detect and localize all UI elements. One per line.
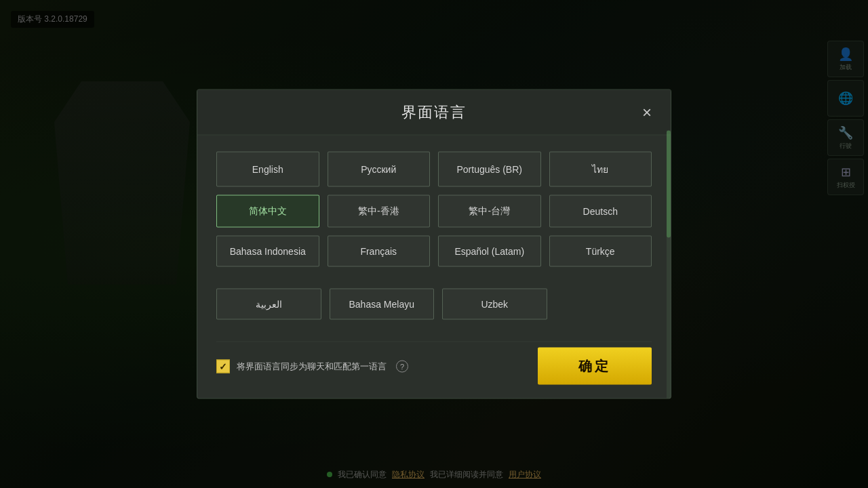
help-icon[interactable]: ?	[396, 360, 408, 372]
confirm-button[interactable]: 确定	[538, 348, 652, 385]
modal-header: 界面语言 ×	[197, 90, 671, 136]
lang-btn-bahasa-melayu[interactable]: Bahasa Melayu	[330, 289, 435, 320]
lang-btn-uzbek[interactable]: Uzbek	[442, 289, 547, 320]
lang-btn-trad-hk[interactable]: 繁中-香港	[328, 195, 431, 228]
checkmark-icon: ✓	[219, 361, 227, 371]
sync-checkbox[interactable]: ✓	[216, 359, 230, 373]
lang-btn-french[interactable]: Français	[328, 236, 431, 267]
modal-footer: ✓ 将界面语言同步为聊天和匹配第一语言 ? 确定	[216, 342, 652, 385]
modal-title: 界面语言	[401, 102, 467, 123]
sync-label: 将界面语言同步为聊天和匹配第一语言	[237, 360, 387, 372]
sync-checkbox-row: ✓ 将界面语言同步为聊天和匹配第一语言 ?	[216, 359, 408, 373]
modal-scrollbar	[667, 131, 671, 399]
language-modal: 界面语言 × English Русский Português (BR) ไท…	[197, 89, 671, 399]
lang-btn-turkish[interactable]: Türkçe	[549, 236, 652, 267]
lang-btn-thai[interactable]: ไทย	[549, 152, 652, 187]
lang-btn-trad-tw[interactable]: 繁中-台灣	[438, 195, 541, 228]
lang-btn-simplified-chinese[interactable]: 简体中文	[216, 195, 319, 228]
lang-btn-russian[interactable]: Русский	[328, 152, 431, 187]
modal-body: English Русский Português (BR) ไทย 简体中文 …	[197, 136, 671, 399]
lang-btn-portuguese[interactable]: Português (BR)	[438, 152, 541, 187]
language-row-last: العربية Bahasa Melayu Uzbek	[216, 289, 652, 320]
lang-btn-english[interactable]: English	[216, 152, 319, 187]
lang-btn-arabic[interactable]: العربية	[216, 289, 321, 320]
lang-btn-deutsch[interactable]: Deutsch	[549, 195, 652, 228]
language-grid: English Русский Português (BR) ไทย 简体中文 …	[216, 152, 652, 267]
lang-btn-bahasa-indonesia[interactable]: Bahasa Indonesia	[216, 236, 319, 267]
modal-scrollbar-thumb	[667, 131, 671, 238]
lang-btn-spanish[interactable]: Español (Latam)	[438, 236, 541, 267]
close-button[interactable]: ×	[637, 102, 657, 123]
